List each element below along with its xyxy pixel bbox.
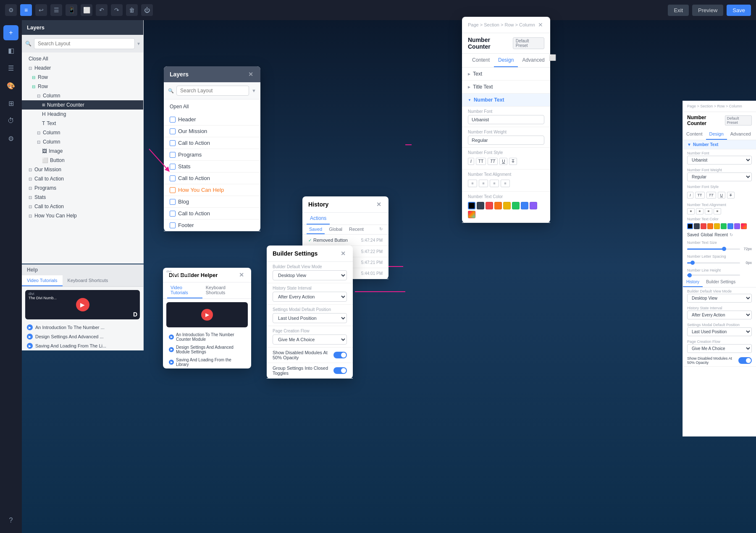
right-tt-italic-btn[interactable]: TT: [706, 192, 716, 199]
builder-toggle-1[interactable]: [333, 352, 347, 358]
italic-btn[interactable]: I: [468, 158, 474, 165]
layer-heading[interactable]: H Heading: [22, 110, 143, 119]
right-history-interval-select[interactable]: After Every Action: [687, 311, 752, 319]
history-subtab-saved[interactable]: Saved: [307, 225, 325, 234]
builder-view-select[interactable]: Desktop View: [273, 270, 347, 280]
design-panel-close[interactable]: ✕: [537, 21, 544, 29]
float-layer-cta-3[interactable]: Call to Action: [164, 208, 260, 219]
right-color-purple[interactable]: [734, 223, 740, 229]
float-layer-header[interactable]: Header: [164, 114, 260, 125]
right-history-tab[interactable]: History: [683, 277, 703, 287]
number-text-toggle[interactable]: ▼ Number Text: [462, 94, 550, 107]
right-align-right[interactable]: ≡: [705, 208, 712, 214]
right-color-green[interactable]: [721, 223, 727, 229]
gear-icon[interactable]: ⚙: [5, 4, 17, 16]
color-green[interactable]: [512, 202, 520, 209]
history-tab-actions[interactable]: Actions: [307, 213, 330, 225]
number-font-select[interactable]: Urbanist: [468, 115, 544, 124]
sidebar-media-icon[interactable]: 🎨: [3, 78, 18, 93]
divi-video-item-1[interactable]: ▶ An Introduction To The Number Counter …: [163, 331, 251, 343]
layer-cta-2[interactable]: ⊡ Call to Action: [22, 202, 143, 211]
strikethrough-btn[interactable]: T: [509, 158, 517, 165]
tt-btn-2[interactable]: TT: [488, 158, 498, 165]
float-layer-stats[interactable]: Stats: [164, 161, 260, 172]
float-layer-programs[interactable]: Programs: [164, 149, 260, 161]
panel-square-icon[interactable]: ⬜: [549, 54, 556, 61]
right-size-thumb[interactable]: [722, 247, 726, 251]
mobile-icon[interactable]: 📱: [66, 4, 77, 16]
divi-helper-close[interactable]: ✕: [238, 271, 245, 279]
tab-advanced[interactable]: Advanced: [518, 54, 549, 67]
right-color-black[interactable]: [687, 223, 693, 229]
sidebar-modules-icon[interactable]: ⊞: [3, 96, 18, 111]
layer-cta-1[interactable]: ⊡ Call to Action: [22, 174, 143, 183]
layer-column[interactable]: ⊡ Column: [22, 91, 143, 100]
builder-interval-select[interactable]: After Every Action: [273, 292, 347, 302]
float-layer-cta-1[interactable]: Call to Action: [164, 137, 260, 149]
divi-video-item-2[interactable]: ▶ Design Settings And Advanced Module Se…: [163, 343, 251, 356]
right-number-text-toggle[interactable]: ▼ Number Text: [683, 140, 756, 149]
layer-button[interactable]: ⬜ Button: [22, 156, 143, 165]
right-color-red[interactable]: [701, 223, 706, 229]
right-italic-btn[interactable]: I: [687, 192, 693, 199]
right-tab-content[interactable]: Content: [683, 129, 706, 140]
layer-row-1[interactable]: ⊟ Row: [22, 73, 143, 82]
layers-float-close[interactable]: ✕: [247, 71, 255, 78]
help-tab-tutorials[interactable]: Video Tutorials: [22, 275, 63, 286]
layer-header[interactable]: ⊡ Header: [22, 63, 143, 73]
right-square-icon[interactable]: ⬜: [754, 129, 756, 140]
float-layer-cta-2[interactable]: Call to Action: [164, 172, 260, 184]
arrow-icon[interactable]: ↩: [35, 4, 47, 16]
tablet-icon[interactable]: ⬜: [81, 4, 92, 16]
close-all-btn[interactable]: Close All: [22, 54, 143, 63]
sidebar-add-icon[interactable]: +: [3, 25, 18, 40]
builder-settings-close[interactable]: ✕: [339, 250, 347, 257]
divi-tab-tutorials[interactable]: Video Tutorials: [167, 282, 202, 298]
open-all-button[interactable]: Open All: [164, 101, 194, 112]
text-toggle[interactable]: ▶ Text: [462, 68, 550, 81]
saved-btn[interactable]: Saved: [687, 233, 699, 237]
float-layer-how[interactable]: How You Can Help: [164, 184, 260, 196]
trash-icon[interactable]: 🗑: [126, 4, 138, 16]
right-u-btn[interactable]: U: [718, 192, 726, 199]
layer-number-counter[interactable]: ⊞ Number Counter: [22, 100, 143, 110]
sidebar-history-icon[interactable]: ⏱: [3, 113, 18, 128]
divi-tab-shortcuts[interactable]: Keyboard Shortcuts: [202, 282, 247, 298]
layer-stats[interactable]: ⊡ Stats: [22, 193, 143, 202]
play-button[interactable]: ▶: [76, 298, 89, 311]
tab-design[interactable]: Design: [494, 54, 518, 67]
undo-icon[interactable]: ↶: [96, 4, 108, 16]
layers-search-input[interactable]: [34, 38, 135, 49]
color-black[interactable]: [468, 202, 475, 209]
layer-how-you-can-help[interactable]: ⊡ How You Can Help: [22, 211, 143, 220]
right-tab-advanced[interactable]: Advanced: [727, 129, 754, 140]
right-builder-tab[interactable]: Builder Settings: [703, 277, 739, 287]
save-button[interactable]: Save: [727, 5, 751, 16]
tab-content[interactable]: Content: [468, 54, 494, 67]
settings-icon[interactable]: ☰: [50, 4, 62, 16]
divi-video-thumbnail[interactable]: divi The Divi Number Counter ... ▶ D: [166, 302, 248, 327]
history-subtab-global[interactable]: Global: [326, 225, 345, 234]
right-color-orange[interactable]: [707, 223, 713, 229]
right-tab-design[interactable]: Design: [706, 129, 727, 140]
video-item-1[interactable]: ▶ An Introduction To The Number ...: [22, 323, 143, 332]
history-refresh-icon[interactable]: ↻: [378, 225, 384, 234]
right-flow-select[interactable]: Give Me A Choice: [687, 344, 752, 353]
layers-float-search-input[interactable]: [176, 86, 249, 96]
underline-btn[interactable]: U: [499, 158, 507, 165]
layer-text[interactable]: T Text: [22, 119, 143, 128]
right-align-justify[interactable]: ≡: [714, 208, 721, 214]
layers-icon[interactable]: ≡: [20, 4, 32, 16]
builder-toggle-2[interactable]: [333, 367, 347, 374]
history-close[interactable]: ✕: [375, 201, 383, 208]
number-weight-select[interactable]: Regular: [468, 136, 544, 145]
right-spacing-thumb[interactable]: [690, 261, 695, 265]
divi-video-item-3[interactable]: ▶ Saving And Loading From the Library: [163, 356, 251, 368]
history-subtab-recent[interactable]: Recent: [346, 225, 366, 234]
color-gradient[interactable]: [468, 211, 475, 218]
tt-btn-1[interactable]: TT: [476, 158, 486, 165]
float-layer-footer[interactable]: Footer: [164, 219, 260, 231]
color-yellow[interactable]: [503, 202, 511, 209]
video-thumbnail[interactable]: divi The Divi Numb... ▶ D: [25, 290, 140, 319]
filter-icon[interactable]: ▾: [137, 41, 140, 47]
